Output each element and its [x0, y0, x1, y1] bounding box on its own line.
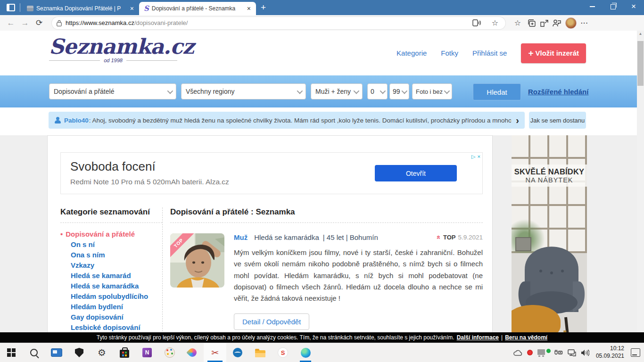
- taskbar-paint3d[interactable]: [181, 343, 204, 362]
- forward-button[interactable]: →: [18, 18, 32, 28]
- gender-select[interactable]: Muži + ženy: [311, 83, 363, 99]
- how-to-get-here-button[interactable]: Jak se sem dostanu: [529, 112, 586, 129]
- battery-plug-icon[interactable]: [554, 349, 563, 356]
- favorites-icon[interactable]: ☆: [512, 18, 523, 27]
- age-from-select[interactable]: 0: [367, 83, 388, 99]
- site-header: Seznamka.cz od 1998 Kategorie Fotky Přih…: [0, 31, 637, 75]
- profile-avatar[interactable]: [565, 17, 577, 29]
- new-tab-button[interactable]: +: [261, 2, 266, 13]
- nav-kategorie[interactable]: Kategorie: [396, 49, 427, 57]
- insert-ad-button[interactable]: + Vložit inzerát: [521, 43, 586, 63]
- taskbar-snipping-tool[interactable]: ✂: [204, 343, 226, 362]
- taskbar-paint[interactable]: [158, 343, 181, 362]
- furniture-ad[interactable]: SKVĚLÉ NABÍDKY NA NÁBYTEK: [512, 135, 587, 343]
- collections-icon[interactable]: [528, 19, 536, 27]
- advanced-search-link[interactable]: Rozšířené hledání: [528, 83, 588, 99]
- sidebar-item-active[interactable]: •Dopisování a přátelé: [60, 229, 162, 239]
- adchoices-icon[interactable]: ▷: [471, 154, 475, 160]
- volume-icon[interactable]: [581, 349, 589, 356]
- restore-button[interactable]: [603, 0, 623, 13]
- category-select[interactable]: Dopisování a přátelé: [49, 83, 176, 99]
- search-button[interactable]: Hledat: [473, 83, 521, 100]
- sidebar-item[interactable]: Vzkazy: [60, 260, 162, 271]
- taskbar-file-explorer[interactable]: [249, 343, 272, 362]
- taskbar-presentation[interactable]: [45, 343, 68, 362]
- back-button[interactable]: ←: [4, 18, 18, 28]
- listing-gender: Muž: [234, 233, 248, 241]
- taskbar-onenote[interactable]: N: [136, 343, 158, 362]
- detail-reply-button[interactable]: Detail / Odpovědět: [234, 313, 309, 330]
- ad-open-button[interactable]: Otevřít: [375, 165, 457, 181]
- age-to-select[interactable]: 99: [389, 83, 409, 99]
- scrollbar-thumb[interactable]: [637, 41, 644, 86]
- sidebar-item[interactable]: Lesbické dopisování: [60, 322, 162, 333]
- read-aloud-icon[interactable]: [472, 19, 481, 26]
- tray-app-icon[interactable]: [527, 350, 533, 355]
- taskbar-edge[interactable]: [294, 343, 317, 362]
- nav-prihlasit[interactable]: Přihlásit se: [472, 49, 507, 57]
- taskbar-store[interactable]: [113, 343, 136, 362]
- address-bar-icons: ☆: [472, 18, 501, 27]
- listing-top-info: « TOP 5.9.2021: [437, 233, 483, 241]
- tab-1-close-icon[interactable]: ×: [129, 5, 135, 12]
- tab-2[interactable]: S Dopisování a přátelé - Seznamka ×: [139, 2, 256, 15]
- taskbar-clock[interactable]: 10:12 05.09.2021: [596, 345, 624, 360]
- ticker-next-icon[interactable]: ›: [516, 115, 519, 125]
- scroll-up-arrow[interactable]: ▲: [637, 32, 644, 36]
- share-icon[interactable]: [540, 19, 548, 27]
- page-title: Dopisování a přátelé : Seznamka: [170, 207, 483, 223]
- top-chevrons-icon: «: [435, 235, 443, 239]
- listing-title-link[interactable]: Hledá se kamarádka: [254, 233, 319, 241]
- age-from-value: 0: [371, 88, 374, 95]
- refresh-button[interactable]: ⟳: [32, 18, 46, 28]
- cookie-accept-link[interactable]: Beru na vědomí: [505, 334, 547, 341]
- vertical-tabs-button[interactable]: [4, 1, 18, 14]
- tab-1[interactable]: Seznamka Dopisování Přátelé | P ×: [22, 2, 139, 15]
- listing-photo[interactable]: TOP: [170, 233, 224, 288]
- network-icon[interactable]: [568, 349, 576, 356]
- gear-icon: ⚙: [98, 348, 106, 357]
- photo-select[interactable]: Foto i bez: [412, 83, 452, 99]
- listing-date: 5.9.2021: [458, 234, 483, 241]
- action-center-icon[interactable]: [631, 348, 640, 357]
- feedback-icon[interactable]: [553, 19, 561, 27]
- cookie-more-info-link[interactable]: Další informace: [457, 334, 499, 341]
- taskbar-openoffice[interactable]: [226, 343, 249, 362]
- address-bar[interactable]: https://www.seznamka.cz/dopisovani-prate…: [52, 17, 505, 29]
- tray-display-icon[interactable]: [537, 349, 545, 355]
- presentation-icon: [51, 348, 62, 357]
- sidebar-item[interactable]: Ona s ním: [60, 250, 162, 260]
- sidebar-item[interactable]: Hledám bydlení: [60, 302, 162, 312]
- sidebar-item[interactable]: Gay dopisování: [60, 312, 162, 322]
- ad-close-icon[interactable]: ×: [478, 154, 480, 160]
- sidebar-item[interactable]: On s ní: [60, 239, 162, 250]
- logo-text: Seznamka.cz: [49, 34, 177, 58]
- page-scrollbar[interactable]: ▲: [637, 31, 644, 343]
- tab-2-close-icon[interactable]: ×: [246, 5, 252, 12]
- close-window-button[interactable]: ×: [623, 0, 644, 13]
- site-logo[interactable]: Seznamka.cz od 1998: [49, 34, 177, 63]
- region-select[interactable]: Všechny regiony: [181, 83, 306, 99]
- search-band: Dopisování a přátelé Všechny regiony Muž…: [0, 75, 637, 107]
- minimize-icon: [590, 6, 595, 7]
- browser-toolbar: ← → ⟳ https://www.seznamka.cz/dopisovani…: [0, 15, 644, 31]
- gender-select-value: Muži + ženy: [315, 88, 351, 95]
- taskbar-settings[interactable]: ⚙: [91, 343, 113, 362]
- user-icon: [54, 117, 61, 123]
- sidebar-item[interactable]: Hledám spolubydlícího: [60, 291, 162, 302]
- browser-menu-icon[interactable]: ···: [581, 19, 588, 26]
- minimize-button[interactable]: [582, 0, 603, 13]
- nav-fotky[interactable]: Fotky: [441, 49, 458, 57]
- onedrive-cloud-icon[interactable]: [513, 350, 522, 356]
- sidebar-item[interactable]: Hledá se kamarádka: [60, 281, 162, 291]
- ticker-username: Pablo40: [64, 117, 89, 124]
- taskbar-search[interactable]: [23, 343, 45, 362]
- taskbar-defender[interactable]: [68, 343, 91, 362]
- add-favorite-icon[interactable]: ☆: [489, 18, 501, 27]
- insert-ad-label: Vložit inzerát: [535, 49, 579, 57]
- sidebar-item[interactable]: Hledá se kamarád: [60, 271, 162, 281]
- ticker-banner[interactable]: Pablo40 : Ahoj, svobodný a bezdětný muž …: [49, 112, 525, 129]
- start-button[interactable]: [0, 343, 23, 362]
- taskbar-sublime[interactable]: S: [272, 343, 294, 362]
- ad-banner[interactable]: Svoboda focení Redmi Note 10 Pro má 5 02…: [60, 152, 483, 194]
